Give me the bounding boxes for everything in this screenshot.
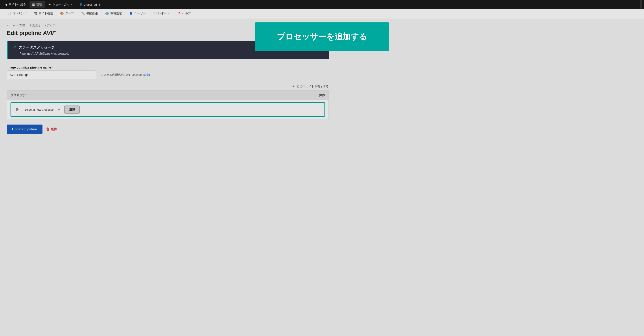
modal-overlay: プロセッサーを追加する xyxy=(0,0,644,138)
modal-banner: プロセッサーを追加する xyxy=(255,22,389,51)
